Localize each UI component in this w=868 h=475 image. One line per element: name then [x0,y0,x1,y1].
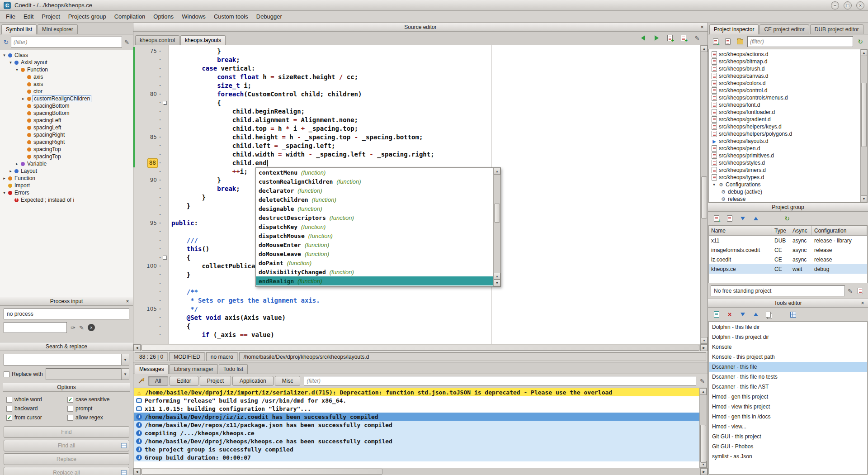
log-line[interactable]: iGroup build duration: 00:00:07 [134,453,699,461]
filter-options-icon[interactable]: ✎ [124,39,129,46]
completion-item[interactable]: contextMenu(function) [256,168,493,177]
fold-marker[interactable] [163,101,167,105]
expander-icon[interactable]: ▾ [712,182,717,187]
checkbox-from-cursor[interactable]: from cursor [6,414,66,421]
scroll-up-icon[interactable]: ▲ [494,168,500,175]
tool-item[interactable]: Dscanner - this file AST [709,382,867,392]
minimize-button[interactable]: − [831,1,839,10]
code-line[interactable]: · * Sets or gets the alignment axis. [133,296,700,305]
log-line[interactable]: i/home/basile/Dev/dproj/kheops/kheops.ce… [134,437,699,445]
source-editor[interactable]: 75· }· break;· case vertical:· const flo… [133,45,708,344]
tab-ce-project-editor[interactable]: CE project editor [760,24,809,34]
gutter-cell[interactable]: · [133,116,169,124]
close-icon[interactable]: × [699,24,705,30]
symbol-item[interactable]: ▾AxisLayout [0,59,133,66]
completion-item[interactable]: deleteChildren(function) [256,195,493,204]
gutter-cell[interactable]: 75· [133,47,169,56]
tool-item[interactable]: Konsole - this project path [709,352,867,362]
project-file[interactable]: src/kheops/timers.d [710,166,860,174]
scroll-thumb[interactable] [494,204,500,223]
gutter-cell[interactable]: 105· [133,305,169,314]
project-file[interactable]: src/kheops/control.d [710,87,860,94]
add-source-icon[interactable] [723,37,733,47]
code-line[interactable]: 105· */ [133,305,700,314]
scroll-down-icon[interactable]: ▼ [701,337,708,344]
move-tool-up-icon[interactable] [751,309,761,319]
log-line[interactable]: ithe project group is successfully compi… [134,445,699,453]
move-project-down-icon[interactable] [738,214,748,223]
button-replace-all[interactable]: Replace all [4,467,129,475]
filter-editor[interactable]: Editor [170,376,198,386]
code-line[interactable]: 88· child.end [133,159,700,167]
code-line[interactable]: · /** [133,288,700,296]
menu-item-options[interactable]: Options [149,11,178,22]
add-tool-icon[interactable] [712,309,722,319]
project-row[interactable]: kheops.ceCEwaitdebug [709,264,867,274]
completion-item[interactable]: dispatchKey(function) [256,222,493,231]
symbol-item[interactable]: ▾Class [0,52,133,59]
completion-item[interactable]: customRealignChildren(function) [256,177,493,186]
gutter-cell[interactable]: · [133,124,169,133]
editor-vertical-scrollbar[interactable]: ▲ ▼ [700,45,708,344]
search-term-field[interactable] [4,354,121,366]
gutter-cell[interactable]: · [133,81,169,90]
symbol-filter-input[interactable] [11,37,122,48]
gutter-cell[interactable]: · [133,228,169,236]
gutter-cell[interactable]: · [133,331,169,339]
log-line[interactable]: icompiling /.../kheops/kheops.ce [134,429,699,437]
close-button[interactable]: × [856,1,864,10]
tab-dub-project-editor[interactable]: DUB project editor [810,24,863,34]
symbol-item[interactable]: ▸customRealignChildren [0,95,133,102]
gutter-cell[interactable]: · [133,193,169,202]
tool-item[interactable]: Dolphin - this file dir [709,322,867,332]
detach-editor-icon[interactable]: ✎ [692,33,702,43]
menu-item-compilation[interactable]: Compilation [110,11,150,22]
button-replace[interactable]: Replace [4,453,129,465]
open-project-icon[interactable] [725,214,735,223]
symbol-item[interactable]: ▸Layout [0,167,133,175]
gutter-cell[interactable]: · [133,288,169,296]
project-row[interactable]: iz.coeditCEasyncrelease [709,255,867,264]
checkbox-case-sensitive[interactable]: case sensitive [67,396,127,403]
symbol-item[interactable]: spacingLeft [0,124,133,131]
code-line[interactable]: · if (_axis == value) [133,331,700,339]
replace-with-checkbox[interactable]: Replace with [4,371,43,377]
checkbox-whole-word[interactable]: whole word [6,396,66,403]
nav-forward-icon[interactable] [651,33,661,43]
configuration-item[interactable]: ⚙debug (active) [710,188,860,195]
code-line[interactable]: · case vertical: [133,64,700,73]
titlebar[interactable]: C Coedit - /.../kheops/kheops.ce − □ × [0,0,868,11]
tool-item[interactable]: Konsole [709,342,867,352]
add-project-icon[interactable] [712,214,722,223]
replace-with-combo[interactable]: ▼ [46,368,129,380]
button-find-all[interactable]: Find all [4,440,129,451]
new-doc-icon[interactable] [665,33,675,43]
project-file[interactable]: src/kheops/bitmap.d [710,58,860,65]
menu-item-custom-tools[interactable]: Custom tools [210,11,252,22]
send-input-icon[interactable]: ✑ [71,324,75,331]
scroll-up-icon[interactable]: ▲ [861,49,867,56]
project-file[interactable]: src/kheops/gradient.d [710,116,860,123]
symbol-item[interactable]: ▾Errors [0,189,133,196]
completion-item[interactable]: designable(function) [256,204,493,213]
scroll-right-icon[interactable]: ▶ [700,344,708,351]
code-line[interactable]: · break; [133,56,700,64]
project-file[interactable]: src/kheops/fontloader.d [710,109,860,116]
gutter-cell[interactable]: · [133,314,169,322]
open-folder-icon[interactable] [735,37,745,47]
expander-icon[interactable]: ▸ [2,176,7,180]
move-project-up-icon[interactable] [751,214,761,223]
chevron-down-icon[interactable]: ▼ [121,354,129,366]
gutter-cell[interactable]: · [133,150,169,159]
compile-group-icon[interactable]: ↻ [782,214,792,223]
project-file[interactable]: ▶src/kheops/layouts.d [710,138,860,145]
tool-item[interactable]: Hmod - view this project [709,402,867,412]
tab-mini-explorer[interactable]: Mini explorer [38,24,78,34]
files-vertical-scrollbar[interactable]: ▲ ▼ [860,49,867,202]
expander-icon[interactable]: ▾ [8,60,13,65]
symbol-item[interactable]: Expected ; instead of i [0,196,133,204]
refresh-symbols-icon[interactable]: ↻ [4,39,9,46]
button-find[interactable]: Find [4,426,129,438]
code-line[interactable]: 75· } [133,47,700,56]
completion-item[interactable]: doVisibilityChanged(function) [256,267,493,276]
